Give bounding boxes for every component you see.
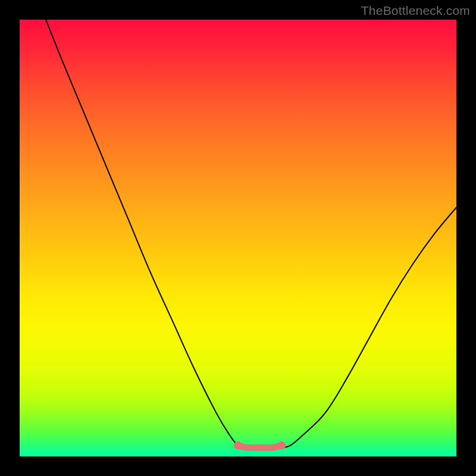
endpoint-marker-1 [277,441,286,450]
endpoint-marker-0 [234,441,242,450]
chart-frame: TheBottleneck.com [0,0,476,476]
curve-layer [20,20,456,456]
bottom-highlight [238,446,281,448]
watermark-text: TheBottleneck.com [361,4,470,18]
curve-left-branch [46,20,247,447]
plot-area [20,20,456,456]
curve-right-branch [281,208,456,448]
